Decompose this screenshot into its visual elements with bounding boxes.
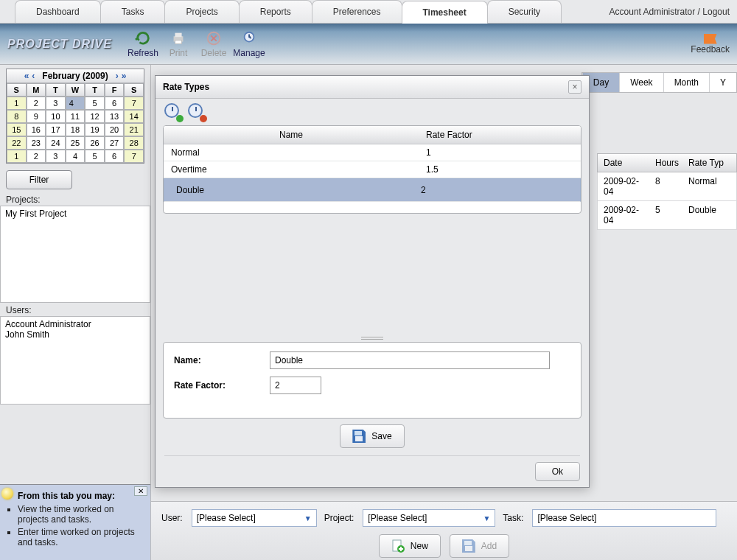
cal-day[interactable]: 26 <box>85 136 105 150</box>
cal-day[interactable]: 13 <box>105 110 125 123</box>
cal-day[interactable]: 22 <box>7 136 27 150</box>
view-week[interactable]: Week <box>619 73 663 92</box>
users-label: Users: <box>0 303 150 316</box>
tab-timesheet[interactable]: Timesheet <box>402 1 488 24</box>
add-button[interactable]: Add <box>450 534 509 558</box>
print-button[interactable]: Print <box>161 27 196 62</box>
manage-label: Manage <box>233 48 265 58</box>
col-factor[interactable]: Rate Factor <box>419 126 581 144</box>
tab-reports[interactable]: Reports <box>239 0 312 23</box>
feedback-link[interactable]: Feedback <box>691 34 730 55</box>
user-item[interactable]: John Smith <box>5 329 145 340</box>
tips-title: From this tab you may: <box>18 491 146 501</box>
cal-day[interactable]: 12 <box>85 110 105 123</box>
ok-button[interactable]: Ok <box>535 462 580 481</box>
cal-day[interactable]: 25 <box>66 136 85 150</box>
cal-day[interactable]: 23 <box>27 136 46 150</box>
cal-day[interactable]: 1 <box>7 150 27 163</box>
cal-day[interactable]: 7 <box>124 97 144 110</box>
new-button[interactable]: New <box>379 534 441 558</box>
tips-close-button[interactable]: ✕ <box>134 486 147 496</box>
refresh-button[interactable]: Refresh <box>125 27 161 62</box>
users-list[interactable]: Account AdministratorJohn Smith <box>0 316 150 405</box>
account-link[interactable]: Account Administrator / Logout <box>602 1 737 23</box>
delete-button[interactable]: Delete <box>196 27 231 62</box>
cal-day-header: F <box>105 83 125 97</box>
cal-day[interactable]: 6 <box>105 150 125 163</box>
view-year[interactable]: Y <box>709 73 736 92</box>
name-input[interactable] <box>270 351 550 369</box>
rate-row[interactable]: Normal1 <box>164 144 581 161</box>
projects-label: Projects: <box>0 192 150 206</box>
cal-day[interactable]: 17 <box>46 123 66 136</box>
x-badge-icon <box>200 115 207 122</box>
tab-projects[interactable]: Projects <box>164 0 239 23</box>
cal-day[interactable]: 14 <box>124 110 144 123</box>
task-select[interactable]: [Please Select] <box>532 509 716 527</box>
toolbar: PROJECT DRIVE Refresh Print Delete Manag… <box>0 24 737 65</box>
cal-day[interactable]: 15 <box>7 123 27 136</box>
manage-icon <box>241 30 257 46</box>
cal-day[interactable]: 4 <box>66 97 85 110</box>
cal-day[interactable]: 3 <box>46 150 66 163</box>
view-month[interactable]: Month <box>663 73 709 92</box>
doc-plus-icon <box>391 539 405 553</box>
cal-day[interactable]: 16 <box>27 123 46 136</box>
user-select[interactable]: [Please Select]▼ <box>192 509 317 527</box>
cal-day[interactable]: 18 <box>66 123 85 136</box>
tab-security[interactable]: Security <box>487 0 562 23</box>
splitter[interactable] <box>156 335 589 342</box>
cal-day[interactable]: 7 <box>124 150 144 163</box>
app-logo: PROJECT DRIVE <box>7 38 125 51</box>
cal-day[interactable]: 9 <box>27 110 46 123</box>
rate-row[interactable]: Double2 <box>164 178 581 202</box>
rate-row[interactable]: Overtime1.5 <box>164 161 581 178</box>
cal-day[interactable]: 10 <box>46 110 66 123</box>
factor-input[interactable] <box>270 377 321 394</box>
svg-rect-2 <box>175 40 181 43</box>
task-select-value: [Please Select] <box>537 513 596 523</box>
col-name[interactable]: Name <box>164 126 419 144</box>
cal-next-year-icon[interactable]: » <box>120 71 128 81</box>
cal-day[interactable]: 20 <box>105 123 125 136</box>
cal-next-month-icon[interactable]: › <box>114 71 120 81</box>
timesheet-table: Date Hours Rate Typ 2009-02-048Normal200… <box>597 153 737 230</box>
th-hours[interactable]: Hours <box>649 154 682 172</box>
cal-day[interactable]: 5 <box>85 97 105 110</box>
cal-prev-month-icon[interactable]: ‹ <box>30 71 36 81</box>
delete-rate-button[interactable] <box>188 103 206 121</box>
cal-day[interactable]: 4 <box>66 150 85 163</box>
user-item[interactable]: Account Administrator <box>5 319 145 329</box>
cal-day[interactable]: 11 <box>66 110 85 123</box>
save-button[interactable]: Save <box>340 424 404 448</box>
dialog-close-button[interactable]: × <box>568 80 581 94</box>
timesheet-row[interactable]: 2009-02-048Normal <box>597 172 737 201</box>
tab-tasks[interactable]: Tasks <box>100 0 166 23</box>
tab-dashboard[interactable]: Dashboard <box>15 0 101 23</box>
projects-list[interactable]: My First Project <box>0 206 150 303</box>
timesheet-row[interactable]: 2009-02-045Double <box>597 201 737 230</box>
tab-preferences[interactable]: Preferences <box>312 0 402 23</box>
th-date[interactable]: Date <box>598 154 649 172</box>
cal-day[interactable]: 1 <box>7 97 27 110</box>
rate-types-dialog: Rate Types × Name Rate Factor Normal1Ove… <box>155 75 590 488</box>
project-item[interactable]: My First Project <box>5 209 145 219</box>
cal-day[interactable]: 8 <box>7 110 27 123</box>
cal-day[interactable]: 21 <box>124 123 144 136</box>
cal-day[interactable]: 6 <box>105 97 125 110</box>
cal-day[interactable]: 2 <box>27 150 46 163</box>
cal-prev-year-icon[interactable]: « <box>23 71 31 81</box>
project-select[interactable]: [Please Select]▼ <box>363 509 495 527</box>
cal-day[interactable]: 2 <box>27 97 46 110</box>
manage-button[interactable]: Manage <box>231 27 267 62</box>
th-rate[interactable]: Rate Typ <box>682 154 736 172</box>
cal-day[interactable]: 24 <box>46 136 66 150</box>
cal-day[interactable]: 3 <box>46 97 66 110</box>
add-rate-button[interactable] <box>164 103 182 121</box>
cal-day[interactable]: 28 <box>124 136 144 150</box>
cal-day[interactable]: 27 <box>105 136 125 150</box>
filter-button[interactable]: Filter <box>6 170 72 189</box>
cal-day[interactable]: 19 <box>85 123 105 136</box>
delete-icon <box>206 30 222 46</box>
cal-day[interactable]: 5 <box>85 150 105 163</box>
